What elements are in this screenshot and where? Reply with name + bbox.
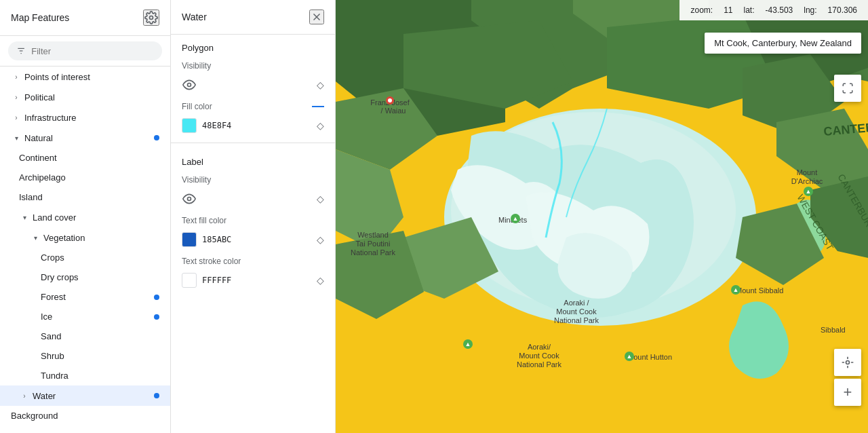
text-stroke-color-diamond[interactable]: ◇: [317, 275, 324, 286]
map-controls: +: [834, 349, 861, 406]
sidebar-item-natural[interactable]: ▾ Natural: [0, 128, 170, 148]
modified-indicator: [154, 135, 159, 140]
svg-text:National Park: National Park: [554, 316, 599, 324]
label-section-label: Label: [171, 149, 335, 170]
svg-text:Mount Cook: Mount Cook: [556, 307, 597, 316]
sidebar-item-archipelago[interactable]: Archipelago: [0, 168, 170, 187]
sidebar-item-label: Background: [11, 411, 58, 421]
svg-text:▲: ▲: [733, 286, 739, 293]
sidebar-item-label: Points of interest: [24, 72, 90, 82]
fullscreen-button[interactable]: [834, 75, 861, 102]
sidebar-item-label: Shrub: [41, 351, 64, 361]
svg-text:Mount Cook: Mount Cook: [519, 352, 559, 360]
sidebar-item-ice[interactable]: Ice: [0, 307, 170, 326]
fill-color-value: 48E8F4: [202, 121, 231, 130]
eye-icon[interactable]: [182, 191, 197, 206]
sidebar-item-sand[interactable]: Sand: [0, 326, 170, 346]
sidebar-item-forest[interactable]: Forest: [0, 287, 170, 307]
modified-indicator: [154, 314, 159, 320]
sidebar-item-infrastructure[interactable]: › Infrastructure: [0, 107, 170, 128]
sidebar-item-label: Continent: [19, 153, 57, 163]
sidebar-item-points-of-interest[interactable]: › Points of interest: [0, 67, 170, 87]
map-svg: WEST COAST WEST COAST CANTERBURY Franz J…: [336, 0, 868, 433]
fill-color-diamond[interactable]: ◇: [317, 120, 324, 131]
label-visibility-row: ◇: [171, 187, 335, 210]
sidebar-item-label: Political: [24, 92, 55, 102]
svg-text:Tai Poutini: Tai Poutini: [356, 240, 391, 248]
text-stroke-color-row: FFFFFF ◇: [171, 269, 335, 292]
sidebar-item-continent[interactable]: Continent: [0, 148, 170, 168]
sidebar-item-land-cover[interactable]: ▾ Land cover: [0, 207, 170, 227]
fill-color-text: Fill color: [182, 102, 212, 111]
chevron-right-icon: ›: [19, 390, 30, 401]
svg-text:National Park: National Park: [351, 248, 396, 257]
sidebar-item-label: Crops: [41, 252, 64, 263]
sidebar-item-label: Forest: [41, 292, 66, 302]
svg-text:Westland: Westland: [357, 231, 389, 239]
sidebar-item-label: Land cover: [33, 212, 76, 223]
sidebar-item-label: Sand: [41, 331, 61, 341]
map-area[interactable]: WEST COAST WEST COAST CANTERBURY Franz J…: [336, 0, 868, 433]
sidebar-item-island[interactable]: Island: [0, 187, 170, 207]
svg-text:Aoraki/: Aoraki/: [528, 343, 551, 351]
sidebar-item-water[interactable]: › Water: [0, 385, 170, 406]
panel-header: Water: [171, 0, 335, 35]
polygon-visibility-diamond[interactable]: ◇: [317, 79, 324, 90]
sidebar-item-tundra[interactable]: Tundra: [0, 366, 170, 385]
text-fill-color-diamond[interactable]: ◇: [317, 234, 324, 245]
sidebar-item-crops[interactable]: Crops: [0, 248, 170, 267]
chevron-right-icon: ›: [11, 71, 22, 82]
svg-point-7: [188, 197, 191, 201]
sidebar-tree: › Points of interest › Political › Infra…: [0, 67, 170, 433]
svg-text:Aoraki /: Aoraki /: [564, 299, 589, 307]
svg-text:Mount Sibbald: Mount Sibbald: [736, 286, 783, 295]
sidebar-item-label: Archipelago: [19, 172, 66, 183]
sidebar-item-dry-crops[interactable]: Dry crops: [0, 267, 170, 287]
filter-input[interactable]: [31, 46, 154, 56]
sidebar-item-label: Vegetation: [43, 233, 85, 243]
sidebar-item-label: Tundra: [41, 371, 68, 381]
feature-panel: Water Polygon Visibility ◇ Fill color 48…: [171, 0, 336, 433]
text-fill-color-value: 185ABC: [202, 235, 231, 244]
close-panel-button[interactable]: [309, 10, 324, 24]
eye-icon[interactable]: [182, 77, 197, 92]
text-fill-color-swatch[interactable]: [182, 232, 197, 247]
sidebar-item-label: Dry crops: [41, 272, 79, 282]
sidebar-item-label: Ice: [41, 312, 52, 322]
text-stroke-color-swatch[interactable]: [182, 273, 197, 288]
sidebar-item-political[interactable]: › Political: [0, 87, 170, 107]
sidebar-item-label: Natural: [24, 133, 53, 143]
fill-color-row: 48E8F4 ◇: [171, 114, 335, 137]
settings-button[interactable]: [143, 10, 159, 26]
fill-color-line: [312, 106, 324, 107]
polygon-visibility-row: ◇: [171, 73, 335, 96]
svg-text:D'Archiac: D'Archiac: [791, 177, 823, 185]
filter-bar: [0, 36, 170, 67]
label-visibility-diamond[interactable]: ◇: [317, 193, 324, 204]
sidebar-item-shrub[interactable]: Shrub: [0, 346, 170, 366]
sidebar-item-vegetation[interactable]: ▾ Vegetation: [0, 227, 170, 248]
location-target-button[interactable]: [834, 349, 861, 376]
modified-indicator: [154, 295, 159, 300]
filter-icon: [16, 45, 26, 56]
svg-point-6: [188, 83, 191, 87]
sidebar-item-label: Infrastructure: [24, 113, 77, 123]
zoom-in-button[interactable]: +: [834, 379, 861, 406]
svg-point-0: [150, 16, 153, 20]
text-stroke-color-label: Text stroke color: [171, 251, 335, 269]
filter-input-wrap: [8, 41, 162, 60]
sidebar: Map Features › Points of interest › Pol: [0, 0, 171, 433]
chevron-down-icon: ▾: [30, 232, 41, 243]
svg-text:▲: ▲: [806, 188, 812, 195]
text-fill-color-row: 185ABC ◇: [171, 228, 335, 251]
panel-title: Water: [182, 12, 207, 22]
sidebar-item-background[interactable]: Background: [0, 406, 170, 426]
text-stroke-color-value: FFFFFF: [202, 276, 231, 285]
svg-point-32: [388, 98, 392, 102]
fill-color-swatch[interactable]: [182, 118, 197, 133]
visibility-label: Visibility: [171, 56, 335, 73]
svg-text:/ Waiau: / Waiau: [381, 107, 406, 115]
label-visibility-label: Visibility: [171, 170, 335, 187]
sidebar-item-label: Water: [33, 391, 56, 401]
sidebar-header: Map Features: [0, 0, 170, 36]
